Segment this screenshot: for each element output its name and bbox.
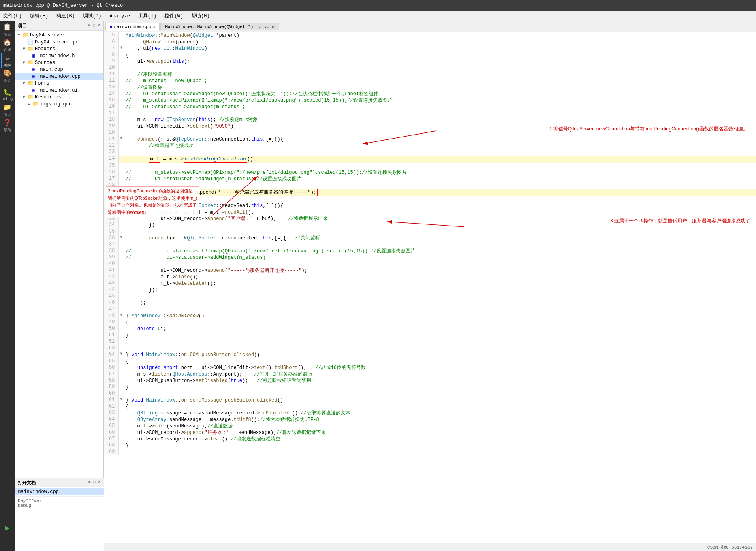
code-row-14: 14 // ui->statusbar->addWidget(new QLabe… — [104, 91, 756, 97]
open-doc-mainwindow-cpp[interactable]: mainwindow.cpp — [15, 488, 104, 495]
code-content-62: { — [124, 404, 756, 410]
tree-item-main-cpp[interactable]: ▣ main.cpp — [15, 66, 103, 73]
code-content-10 — [124, 65, 756, 71]
code-row-21: 21 ▼ connect(m_s,&QTcpServer::newConnect… — [104, 136, 756, 143]
code-row-29: 29 ui->COM_record->append("-----客户端完成与服务… — [104, 189, 756, 196]
tab-breadcrumb-tab[interactable]: MainWindow::MainWindow(QWidget *) -> voi… — [160, 23, 279, 30]
code-row-22: 22 //检查是否连接成功 — [104, 143, 756, 149]
code-content-32: QByteArray buf = m_t->readAll(); — [124, 209, 756, 216]
cpp-icon-main: ▣ — [32, 66, 39, 73]
tree-item-sources[interactable]: ▼ 📁 Sources — [15, 59, 103, 66]
code-row-31: 31 ▼ connect(m_t,&QTcpSocket::readyRead,… — [104, 203, 756, 209]
line-num-66: 66 — [104, 429, 118, 436]
code-content-17 — [124, 110, 756, 117]
code-content-41: ui->COM_record->append("-----与服务器断开连接---… — [124, 267, 756, 274]
line-arrow-5 — [118, 32, 124, 39]
tree-item-img-qrc[interactable]: ▶ 📁 img\img.qrc — [15, 100, 103, 107]
line-num-60: 60 — [104, 391, 118, 397]
line-num-48: 48 — [104, 313, 118, 319]
design-icon: 🎨 — [3, 69, 11, 77]
open-docs-header: 打开文档 ≡ □ × — [15, 478, 104, 487]
code-row-8: 8 { — [104, 52, 756, 58]
code-content-5: MainWindow::MainWindow(QWidget *parent) — [124, 32, 756, 39]
line-num-35: 35 — [104, 229, 118, 235]
folder-icon-root: 📁 — [23, 32, 29, 38]
tab-icon-cpp: ▣ — [110, 24, 112, 29]
tab-label-mainwindow-cpp: mainwindow.cpp — [114, 24, 151, 29]
sidebar-item-project[interactable]: 📋 项目 — [1, 23, 14, 37]
menu-help[interactable]: 帮助(H) — [190, 12, 211, 20]
menu-widget[interactable]: 控件(W) — [163, 12, 185, 20]
line-num-12: 12 — [104, 78, 118, 84]
menu-file[interactable]: 文件(F) — [2, 12, 23, 20]
sidebar-item-project2[interactable]: 📁 项目 — [1, 103, 14, 117]
code-row-42: 42 m_t->close(); — [104, 274, 756, 280]
menu-edit[interactable]: 编辑(E) — [28, 12, 50, 20]
line-num-5: 5 — [104, 32, 118, 39]
tab-close-btn[interactable]: ✕ — [153, 24, 155, 29]
code-editor[interactable]: 5 MainWindow::MainWindow(QWidget *parent… — [104, 32, 756, 543]
tree-label-root: Day04_server — [30, 32, 65, 38]
tree-item-headers[interactable]: ▼ 📁 Headers — [15, 45, 103, 52]
tree-item-pro[interactable]: 📄 Day04_server.pro — [15, 38, 103, 45]
sidebar-item-debug[interactable]: 🐛 Debug — [1, 88, 14, 102]
arrow-mwh — [28, 53, 32, 58]
sidebar-item-edit[interactable]: ✏️ 编辑 — [1, 53, 14, 68]
welcome-icon: 🏠 — [3, 38, 11, 47]
sidebar-label-help: 帮助 — [4, 128, 11, 133]
line-num-18: 18 — [104, 117, 118, 123]
code-row-56: 56 unsigned short port = ui->COM_lineEdi… — [104, 365, 756, 371]
line-num-6: 6 — [104, 39, 118, 45]
line-num-22: 22 — [104, 143, 118, 149]
sidebar-item-welcome[interactable]: 🏠 欢迎 — [1, 38, 14, 53]
sidebar-item-design[interactable]: 🎨 设计 — [1, 69, 14, 83]
code-content-16: // ui->statusbar->addWidget(m_status); — [124, 104, 756, 110]
folder-icon-forms: 📁 — [28, 80, 34, 86]
tree-label-mwui: mainwindow.ui — [40, 88, 78, 93]
arrow-root: ▼ — [18, 33, 23, 37]
code-row-50: 50 delete ui; — [104, 326, 756, 332]
tree-item-mainwindow-ui[interactable]: ▣ mainwindow.ui — [15, 87, 103, 94]
code-row-47: 47 — [104, 306, 756, 313]
code-content-43: m_t->deleteLater(); — [124, 280, 756, 287]
menu-build[interactable]: 构建(B) — [55, 12, 77, 20]
sidebar-item-help[interactable]: ❓ 帮助 — [1, 118, 14, 133]
code-row-39: 39 // ui->statusbar->addWidget(m_status)… — [104, 254, 756, 261]
menu-debug[interactable]: 调试(D) — [81, 12, 103, 20]
code-content-14: // ui->statusbar->addWidget(new QLabel("… — [124, 91, 756, 97]
menu-analyze[interactable]: Analyze — [108, 13, 131, 20]
line-num-65: 65 — [104, 423, 118, 429]
code-content-23 — [124, 149, 756, 156]
tree-item-resources[interactable]: ▼ 📁 Resources — [15, 94, 103, 100]
code-content-37 — [124, 241, 756, 248]
code-content-11: //用以设置图标 — [124, 71, 756, 78]
tree-item-mainwindow-h[interactable]: ▣ mainwindow.h — [15, 52, 103, 59]
code-content-63: QString message = ui->sendMessage_record… — [124, 410, 756, 416]
tree-item-mainwindow-cpp[interactable]: ▣ mainwindow.cpp — [15, 73, 103, 80]
run-button[interactable]: ▶ — [0, 520, 15, 535]
code-row-44: 44 }); — [104, 287, 756, 293]
tab-mainwindow-cpp[interactable]: ▣ mainwindow.cpp ✕ — [105, 23, 160, 31]
code-row-30: 30 //接收数据 — [104, 196, 756, 203]
line-num-38: 38 — [104, 248, 118, 254]
status-bar: CSDN @m0_55174167 — [104, 543, 756, 551]
tree-label-maincpp: main.cpp — [40, 67, 63, 73]
code-content-18: m_s = new QTcpServer(this); //实例化m_s对象 — [124, 117, 756, 123]
code-row-28: 28 — [104, 182, 756, 189]
sidebar-label-edit: 编辑 — [4, 63, 11, 68]
tree-item-root[interactable]: ▼ 📁 Day04_server — [15, 32, 103, 38]
code-content-46: }); — [124, 300, 756, 306]
code-content-12: // m_status = new QLabel; — [124, 78, 756, 84]
arrow-mwcpp — [28, 74, 32, 79]
code-row-32: 32 QByteArray buf = m_t->readAll(); — [104, 209, 756, 216]
code-content-40 — [124, 261, 756, 267]
line-num-16: 16 — [104, 104, 118, 110]
annotation-2-text: 2.nextPendingConnection()函数的返回值是我们所需要的QT… — [108, 188, 197, 215]
line-num-46: 46 — [104, 300, 118, 306]
menu-tools[interactable]: 工具(T) — [137, 12, 158, 20]
line-num-42: 42 — [104, 274, 118, 280]
tree-item-forms[interactable]: ▼ 📁 Forms — [15, 80, 103, 87]
code-row-54: 54 ▼ } void MainWindow::on_COM_pushButto… — [104, 352, 756, 358]
tree-label-headers: Headers — [35, 46, 55, 52]
code-content-49: { — [124, 319, 756, 326]
